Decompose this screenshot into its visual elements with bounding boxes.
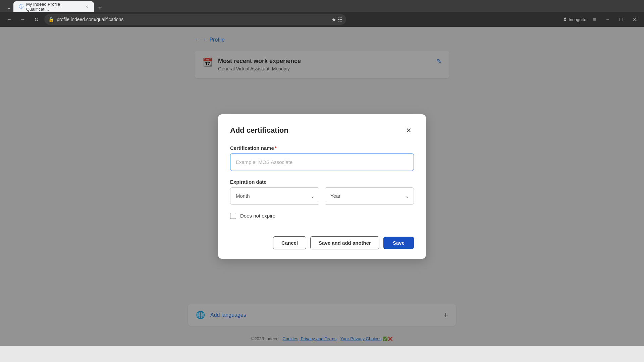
modal-overlay: Add certification ✕ Certification name* … [0,27,644,346]
incognito-icon: 🎗 [563,17,567,22]
does-not-expire-row: Does not expire [230,213,414,219]
modal-title: Add certification [230,126,288,135]
browser-right-icons: 🎗 Incognito ≡ − □ ✕ [563,14,640,25]
tab-close-button[interactable]: ✕ [85,4,89,9]
month-select-wrapper: Month January February March April May J… [230,187,319,205]
tab-list-button[interactable]: ⌄ [4,3,13,12]
address-bar-icons: ★ ☷ [331,16,342,23]
tab-favicon: ⓘ [19,4,23,10]
expiration-date-label: Expiration date [230,179,414,185]
does-not-expire-label[interactable]: Does not expire [240,213,275,219]
certification-name-input[interactable] [230,154,414,171]
active-tab[interactable]: ⓘ My Indeed Profile Qualificati... ✕ [13,1,94,12]
month-select[interactable]: Month January February March April May J… [230,187,319,205]
year-select-wrapper: Year 2024 2025 2026 2027 2028 2029 2030 … [325,187,414,205]
back-button[interactable]: ← [4,14,15,25]
add-certification-modal: Add certification ✕ Certification name* … [218,114,426,259]
extensions-button[interactable]: ≡ [589,14,600,25]
save-and-add-another-button[interactable]: Save and add another [310,236,379,249]
modal-header: Add certification ✕ [230,125,414,136]
new-tab-button[interactable]: + [95,3,105,12]
required-indicator: * [275,145,277,151]
forward-button[interactable]: → [17,14,28,25]
year-select[interactable]: Year 2024 2025 2026 2027 2028 2029 2030 [325,187,414,205]
tab-bar: ⌄ ⓘ My Indeed Profile Qualificati... ✕ + [0,0,644,12]
save-button[interactable]: Save [383,237,414,249]
close-window-button[interactable]: ✕ [629,14,640,25]
cancel-button[interactable]: Cancel [273,236,306,249]
page-content: ← ← Profile 📆 Most recent work experienc… [0,27,644,346]
address-bar[interactable]: 🔒 profile.indeed.com/qualifications ★ ☷ [44,14,346,25]
expiration-date-group: Expiration date Month January February M… [230,179,414,205]
profile-icon[interactable]: ☷ [337,16,342,23]
certification-name-label: Certification name* [230,145,414,151]
url-display: profile.indeed.com/qualifications [57,17,123,22]
security-icon: 🔒 [48,17,54,22]
certification-name-group: Certification name* [230,145,414,171]
address-bar-row: ← → ↻ 🔒 profile.indeed.com/qualification… [0,12,644,27]
modal-footer: Cancel Save and add another Save [230,231,414,249]
maximize-button[interactable]: □ [616,14,627,25]
does-not-expire-checkbox[interactable] [230,213,236,219]
tab-title: My Indeed Profile Qualificati... [26,2,83,12]
reload-button[interactable]: ↻ [31,14,42,25]
incognito-badge: 🎗 Incognito [563,17,586,22]
minimize-button[interactable]: − [602,14,613,25]
incognito-label: Incognito [569,17,586,22]
modal-close-button[interactable]: ✕ [403,125,414,136]
expiration-row: Month January February March April May J… [230,187,414,205]
bookmark-icon[interactable]: ★ [331,16,336,23]
browser-controls: ⌄ [4,3,13,12]
